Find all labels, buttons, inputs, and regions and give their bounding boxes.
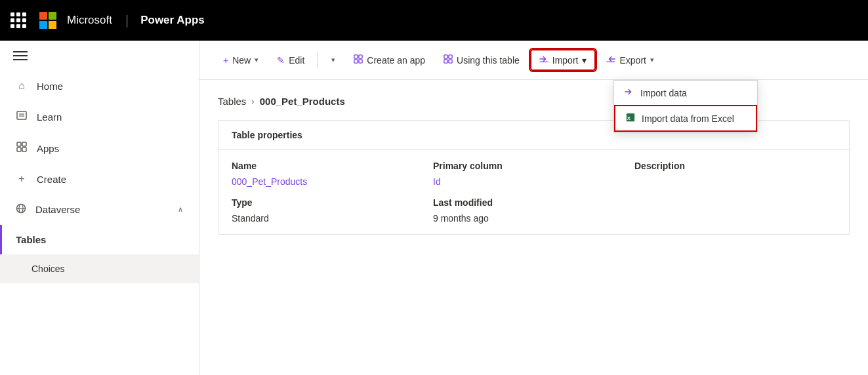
new-chevron-icon: ▾ (255, 56, 258, 64)
primary-col-header: Primary column (433, 161, 634, 171)
apps-icon (16, 142, 28, 155)
sidebar-nav: ⌂ Home Learn Apps + Create (0, 66, 199, 375)
sidebar-item-learn[interactable]: Learn (0, 101, 199, 132)
sidebar-item-learn-label: Learn (37, 111, 62, 123)
toolbar: + New ▾ ✎ Edit ▾ Create an app (199, 41, 868, 80)
import-data-label: Import data (640, 88, 687, 98)
edit-button[interactable]: ✎ Edit (269, 51, 312, 69)
description-col-header: Description (634, 161, 836, 171)
sidebar-item-apps-label: Apps (37, 143, 59, 154)
sidebar-item-dataverse[interactable]: Dataverse ∧ (0, 194, 199, 225)
name-col-header: Name (232, 161, 433, 171)
breadcrumb-tables-link[interactable]: Tables (218, 96, 246, 107)
svg-rect-11 (359, 55, 362, 58)
import-excel-label: Import data from Excel (642, 113, 734, 124)
create-icon: + (16, 173, 28, 185)
type-col-header: Type (232, 197, 433, 208)
import-button-label: Import (552, 55, 579, 66)
svg-rect-10 (354, 55, 358, 58)
create-app-icon (354, 54, 363, 66)
new-button[interactable]: + New ▾ (215, 51, 266, 69)
svg-text:X: X (627, 115, 631, 121)
using-table-button[interactable]: Using this table (436, 50, 527, 69)
last-modified-col-value: 9 months ago (433, 213, 634, 224)
primary-col-value: Id (433, 176, 634, 187)
sidebar-item-create[interactable]: + Create (0, 164, 199, 194)
chevron-up-icon: ∧ (178, 205, 183, 214)
import-icon (539, 54, 548, 66)
import-excel-item[interactable]: X Import data from Excel (614, 105, 757, 132)
learn-icon (16, 110, 28, 123)
microsoft-logo (39, 12, 56, 29)
export-button[interactable]: Export ▾ (598, 50, 661, 69)
waffle-icon[interactable] (10, 12, 26, 28)
main-content: + New ▾ ✎ Edit ▾ Create an app (199, 41, 868, 375)
new-button-label: New (232, 55, 251, 66)
type-col-value: Standard (232, 213, 433, 224)
svg-rect-17 (449, 60, 452, 63)
topbar: Microsoft | Power Apps (0, 0, 868, 41)
svg-rect-6 (22, 148, 26, 151)
home-icon: ⌂ (16, 80, 28, 92)
hamburger-icon (13, 51, 28, 60)
svg-rect-5 (17, 148, 21, 151)
microsoft-label: Microsoft (67, 14, 112, 27)
svg-rect-15 (449, 55, 452, 58)
name-col-value: 000_Pet_Products (232, 176, 433, 187)
app-name-label: Power Apps (140, 14, 205, 27)
sidebar-item-home-label: Home (37, 81, 63, 92)
import-data-item[interactable]: Import data (614, 81, 757, 105)
svg-rect-16 (444, 60, 447, 63)
edit-button-label: Edit (289, 55, 304, 66)
page-content: Tables › 000_Pet_Products Table properti… (199, 80, 868, 375)
create-app-button[interactable]: Create an app (346, 50, 433, 69)
sidebar-item-home[interactable]: ⌂ Home (0, 71, 199, 101)
breadcrumb-chevron-icon: › (251, 96, 254, 106)
using-table-button-label: Using this table (457, 55, 520, 66)
svg-rect-4 (22, 142, 26, 146)
sidebar: ⌂ Home Learn Apps + Create (0, 41, 199, 375)
sidebar-item-choices[interactable]: Choices (0, 254, 199, 283)
sidebar-item-tables-label: Tables (16, 234, 46, 245)
table-properties-panel: Table properties Name 000_Pet_Products P… (218, 120, 850, 235)
import-button[interactable]: Import ▾ (530, 49, 596, 71)
using-table-icon (444, 54, 453, 66)
sidebar-item-apps[interactable]: Apps (0, 132, 199, 164)
excel-icon: X (626, 113, 635, 124)
dataverse-icon (16, 203, 26, 216)
table-props-grid: Name 000_Pet_Products Primary column Id … (218, 150, 849, 234)
export-icon (606, 54, 615, 66)
svg-rect-14 (444, 55, 447, 58)
sidebar-item-choices-label: Choices (31, 264, 65, 274)
breadcrumb-current: 000_Pet_Products (260, 96, 345, 107)
svg-rect-12 (354, 60, 358, 63)
edit-chevron-button[interactable]: ▾ (323, 52, 343, 68)
hamburger-button[interactable] (0, 41, 199, 66)
create-app-button-label: Create an app (367, 55, 425, 66)
edit-icon: ✎ (277, 55, 285, 66)
export-button-label: Export (619, 55, 646, 66)
import-data-icon (625, 87, 634, 98)
sidebar-item-dataverse-label: Dataverse (35, 204, 80, 215)
export-chevron-icon: ▾ (650, 56, 654, 64)
svg-rect-3 (17, 142, 21, 146)
edit-separator (318, 52, 318, 68)
sidebar-item-tables[interactable]: Tables (0, 225, 199, 254)
topbar-divider: | (125, 13, 129, 28)
import-chevron-icon: ▾ (582, 55, 587, 66)
sidebar-item-create-label: Create (37, 174, 66, 185)
last-modified-col-header: Last modified (433, 197, 634, 208)
plus-icon: + (223, 55, 228, 66)
edit-chevron-icon: ▾ (331, 56, 335, 64)
svg-rect-13 (359, 60, 362, 63)
svg-rect-0 (17, 111, 26, 119)
import-dropdown: Import data X Import data from Excel (613, 80, 758, 132)
